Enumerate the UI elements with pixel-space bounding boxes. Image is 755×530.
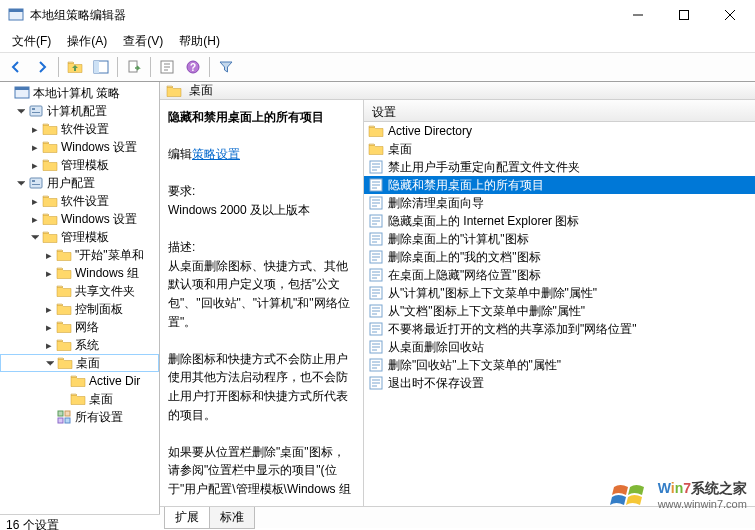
tab-extended[interactable]: 扩展: [164, 507, 210, 529]
menu-file[interactable]: 文件(F): [4, 31, 59, 52]
tree-all-settings[interactable]: ▸所有设置: [0, 408, 159, 426]
policy-icon: [368, 339, 384, 355]
back-button[interactable]: [4, 55, 28, 79]
expand-icon[interactable]: ▸: [42, 303, 56, 316]
description-label: 描述:: [168, 240, 195, 254]
tree-uc-software[interactable]: ▸软件设置: [0, 192, 159, 210]
show-hide-tree-button[interactable]: [89, 55, 113, 79]
tree-label: "开始"菜单和: [75, 247, 144, 264]
list-item[interactable]: 删除桌面上的"计算机"图标: [364, 230, 755, 248]
list-item[interactable]: 禁止用户手动重定向配置文件文件夹: [364, 158, 755, 176]
expand-icon[interactable]: ▸: [42, 339, 56, 352]
edit-policy-link[interactable]: 策略设置: [192, 147, 240, 161]
collapse-icon[interactable]: ⏷: [14, 105, 28, 117]
description-text: 如果要从位置栏删除"桌面"图标，请参阅"位置栏中显示的项目"(位于"用户配置\管…: [168, 445, 351, 496]
collapse-icon[interactable]: ⏷: [28, 231, 42, 243]
tree-label: 管理模板: [61, 229, 109, 246]
tree-label: 所有设置: [75, 409, 123, 426]
list-item[interactable]: 删除清理桌面向导: [364, 194, 755, 212]
list-item[interactable]: Active Directory: [364, 122, 755, 140]
toolbar-sep: [58, 57, 59, 77]
collapse-icon[interactable]: ⏷: [14, 177, 28, 189]
tree-system[interactable]: ▸系统: [0, 336, 159, 354]
policy-icon: [368, 195, 384, 211]
tree-uc-windows[interactable]: ▸Windows 设置: [0, 210, 159, 228]
column-header-setting[interactable]: 设置: [364, 100, 755, 122]
list-item-label: 隐藏桌面上的 Internet Explorer 图标: [388, 213, 579, 230]
list-item-label: 不要将最近打开的文档的共享添加到"网络位置": [388, 321, 637, 338]
export-button[interactable]: [122, 55, 146, 79]
tree-label: Active Dir: [89, 374, 140, 388]
app-icon: [8, 7, 24, 23]
menu-help[interactable]: 帮助(H): [171, 31, 228, 52]
expand-icon[interactable]: ▸: [42, 249, 56, 262]
policy-icon: [368, 159, 384, 175]
folder-icon: [368, 141, 384, 157]
policy-icon: [368, 213, 384, 229]
collapse-icon[interactable]: ⏷: [43, 357, 57, 369]
up-button[interactable]: [63, 55, 87, 79]
tree-active-directory[interactable]: ▸Active Dir: [0, 372, 159, 390]
tree-start-menu[interactable]: ▸"开始"菜单和: [0, 246, 159, 264]
close-button[interactable]: [707, 0, 753, 30]
menu-view[interactable]: 查看(V): [115, 31, 171, 52]
tree-uc-admin[interactable]: ⏷管理模板: [0, 228, 159, 246]
list-item[interactable]: 从"计算机"图标上下文菜单中删除"属性": [364, 284, 755, 302]
svg-rect-10: [680, 11, 689, 20]
list-item[interactable]: 退出时不保存设置: [364, 374, 755, 392]
settings-items[interactable]: Active Directory桌面禁止用户手动重定向配置文件文件夹隐藏和禁用桌…: [364, 122, 755, 506]
list-item-label: 删除"回收站"上下文菜单的"属性": [388, 357, 561, 374]
expand-icon[interactable]: ▸: [28, 213, 42, 226]
tree-control-panel[interactable]: ▸控制面板: [0, 300, 159, 318]
list-item[interactable]: 桌面: [364, 140, 755, 158]
tab-standard[interactable]: 标准: [209, 507, 255, 529]
menubar: 文件(F) 操作(A) 查看(V) 帮助(H): [0, 30, 755, 52]
list-item[interactable]: 从桌面删除回收站: [364, 338, 755, 356]
menu-action[interactable]: 操作(A): [59, 31, 115, 52]
status-text: 16 个设置: [6, 517, 59, 530]
svg-text:?: ?: [190, 62, 196, 73]
expand-icon[interactable]: ▸: [42, 321, 56, 334]
maximize-button[interactable]: [661, 0, 707, 30]
list-item[interactable]: 删除"回收站"上下文菜单的"属性": [364, 356, 755, 374]
tree-network[interactable]: ▸网络: [0, 318, 159, 336]
list-item[interactable]: 从"文档"图标上下文菜单中删除"属性": [364, 302, 755, 320]
list-item[interactable]: 不要将最近打开的文档的共享添加到"网络位置": [364, 320, 755, 338]
tree-label: 系统: [75, 337, 99, 354]
tree-user-config[interactable]: ⏷用户配置: [0, 174, 159, 192]
help-button[interactable]: ?: [181, 55, 205, 79]
tree-desktop[interactable]: ⏷桌面: [0, 354, 159, 372]
tree-computer-config[interactable]: ⏷计算机配置: [0, 102, 159, 120]
list-item[interactable]: 在桌面上隐藏"网络位置"图标: [364, 266, 755, 284]
tree-shared-folders[interactable]: ▸共享文件夹: [0, 282, 159, 300]
tree-windows-components[interactable]: ▸Windows 组: [0, 264, 159, 282]
tree-pane[interactable]: ▸本地计算机 策略 ⏷计算机配置 ▸软件设置 ▸Windows 设置 ▸管理模板…: [0, 82, 160, 514]
list-item[interactable]: 删除桌面上的"我的文档"图标: [364, 248, 755, 266]
tree-cc-admin[interactable]: ▸管理模板: [0, 156, 159, 174]
list-item-label: Active Directory: [388, 124, 472, 138]
toolbar-sep: [150, 57, 151, 77]
expand-icon[interactable]: ▸: [28, 141, 42, 154]
expand-icon[interactable]: ▸: [28, 159, 42, 172]
forward-button[interactable]: [30, 55, 54, 79]
tree-root[interactable]: ▸本地计算机 策略: [0, 84, 159, 102]
view-tabs: 扩展 标准: [160, 506, 755, 528]
expand-icon[interactable]: ▸: [28, 123, 42, 136]
window-title: 本地组策略编辑器: [30, 7, 615, 24]
list-item-label: 从"计算机"图标上下文菜单中删除"属性": [388, 285, 597, 302]
list-item-label: 从"文档"图标上下文菜单中删除"属性": [388, 303, 585, 320]
list-item[interactable]: 隐藏和禁用桌面上的所有项目: [364, 176, 755, 194]
tree-cc-windows[interactable]: ▸Windows 设置: [0, 138, 159, 156]
tree-label: 软件设置: [61, 193, 109, 210]
policy-icon: [368, 375, 384, 391]
minimize-button[interactable]: [615, 0, 661, 30]
content-area: ▸本地计算机 策略 ⏷计算机配置 ▸软件设置 ▸Windows 设置 ▸管理模板…: [0, 82, 755, 514]
filter-button[interactable]: [214, 55, 238, 79]
requirements-label: 要求:: [168, 184, 195, 198]
expand-icon[interactable]: ▸: [28, 195, 42, 208]
expand-icon[interactable]: ▸: [42, 267, 56, 280]
tree-cc-software[interactable]: ▸软件设置: [0, 120, 159, 138]
list-item[interactable]: 隐藏桌面上的 Internet Explorer 图标: [364, 212, 755, 230]
refresh-button[interactable]: [155, 55, 179, 79]
tree-desktop-sub[interactable]: ▸桌面: [0, 390, 159, 408]
